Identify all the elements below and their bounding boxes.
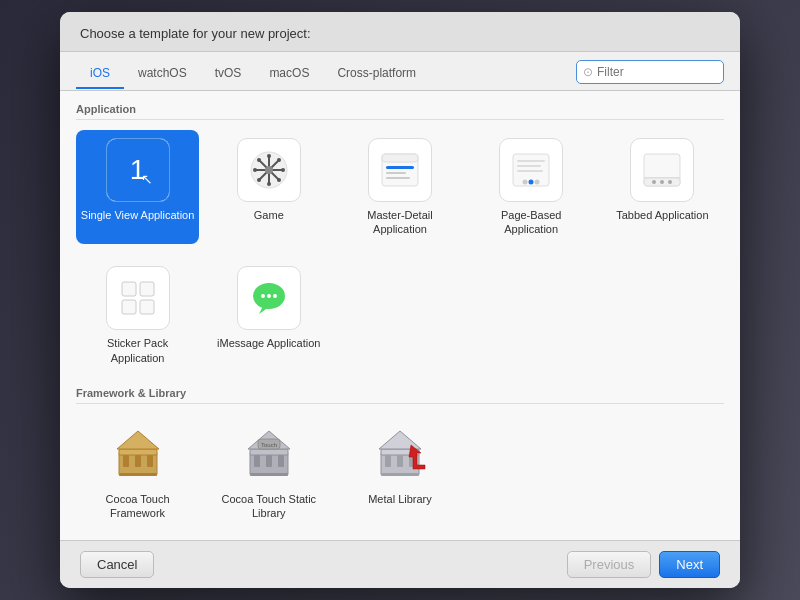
tab-cross-platform[interactable]: Cross-platform (323, 61, 430, 89)
template-page-based[interactable]: Page-Based Application (470, 130, 593, 245)
svg-rect-46 (147, 455, 153, 467)
svg-rect-44 (123, 455, 129, 467)
template-name-tabbed: Tabbed Application (616, 208, 708, 222)
template-cocoa-touch-fw[interactable]: Cocoa Touch Framework (76, 414, 199, 529)
svg-rect-53 (278, 455, 284, 467)
empty-fw-cell-1 (470, 414, 593, 529)
svg-marker-59 (379, 431, 421, 449)
svg-rect-18 (386, 177, 410, 179)
empty-fw-cell-2 (601, 414, 724, 529)
cancel-button[interactable]: Cancel (80, 551, 154, 578)
svg-point-6 (267, 182, 271, 186)
tab-watchos[interactable]: watchOS (124, 61, 201, 89)
svg-rect-16 (386, 166, 414, 169)
svg-point-8 (281, 168, 285, 172)
filter-input[interactable] (597, 65, 717, 79)
svg-point-28 (652, 180, 656, 184)
svg-point-30 (668, 180, 672, 184)
nav-buttons: Previous Next (567, 551, 720, 578)
svg-marker-43 (117, 431, 159, 449)
tab-ios[interactable]: iOS (76, 61, 124, 89)
svg-rect-42 (119, 449, 157, 455)
tabbed-svg-icon (638, 146, 686, 194)
filter-box: ⊙ (576, 60, 724, 84)
template-sticker-pack[interactable]: Sticker Pack Application (76, 258, 199, 373)
dialog-body: Application 1 ↖ Single View Application (60, 91, 740, 541)
svg-rect-23 (517, 160, 545, 162)
cocoa-touch-fw-svg (109, 425, 167, 483)
single-view-icon-content: 1 ↖ (107, 139, 169, 201)
svg-rect-32 (122, 282, 136, 296)
svg-point-22 (535, 179, 540, 184)
template-game[interactable]: Game (207, 130, 330, 245)
framework-templates: Cocoa Touch Framework Touch (76, 414, 724, 529)
svg-point-7 (253, 168, 257, 172)
template-name-cocoa-touch-fw: Cocoa Touch Framework (80, 492, 195, 521)
template-icon-imessage (237, 266, 301, 330)
cocoa-touch-static-svg: Touch (240, 425, 298, 483)
application-templates-row1: 1 ↖ Single View Application (76, 130, 724, 245)
empty-cell-3 (601, 258, 724, 373)
search-icon: ⊙ (583, 65, 593, 79)
template-icon-tabbed (630, 138, 694, 202)
svg-rect-52 (266, 455, 272, 467)
svg-point-11 (277, 158, 281, 162)
template-name-cocoa-touch-static: Cocoa Touch Static Library (211, 492, 326, 521)
framework-section-label: Framework & Library (76, 387, 724, 404)
application-templates-row2: Sticker Pack Application iMessage Applic… (76, 258, 724, 373)
template-icon-page-based (499, 138, 563, 202)
svg-point-12 (257, 178, 261, 182)
template-imessage[interactable]: iMessage Application (207, 258, 330, 373)
template-icon-metal-library (368, 422, 432, 486)
next-button[interactable]: Next (659, 551, 720, 578)
svg-rect-49 (250, 449, 288, 455)
svg-point-5 (267, 154, 271, 158)
dialog-title: Choose a template for your new project: (80, 26, 720, 41)
page-based-svg-icon (507, 146, 555, 194)
imessage-svg-icon (245, 274, 293, 322)
svg-rect-17 (386, 172, 406, 174)
svg-rect-24 (517, 165, 541, 167)
svg-point-40 (273, 294, 277, 298)
template-icon-master-detail (368, 138, 432, 202)
empty-cell-2 (470, 258, 593, 373)
svg-rect-51 (254, 455, 260, 467)
template-name-sticker-pack: Sticker Pack Application (80, 336, 195, 365)
template-single-view[interactable]: 1 ↖ Single View Application (76, 130, 199, 245)
template-icon-cocoa-touch-static: Touch (237, 422, 301, 486)
svg-point-9 (257, 158, 261, 162)
svg-rect-45 (135, 455, 141, 467)
template-icon-cocoa-touch-fw (106, 422, 170, 486)
svg-point-29 (660, 180, 664, 184)
template-cocoa-touch-static[interactable]: Touch Cocoa Touch Static Library (207, 414, 330, 529)
svg-point-20 (523, 179, 528, 184)
tab-macos[interactable]: macOS (255, 61, 323, 89)
application-section-label: Application (76, 103, 724, 120)
svg-point-38 (261, 294, 265, 298)
template-icon-game (237, 138, 301, 202)
empty-cell-1 (338, 258, 461, 373)
svg-rect-25 (517, 170, 543, 172)
svg-point-21 (529, 179, 534, 184)
template-tabbed[interactable]: Tabbed Application (601, 130, 724, 245)
metal-library-svg (371, 425, 429, 483)
game-svg-icon (245, 146, 293, 194)
template-name-page-based: Page-Based Application (474, 208, 589, 237)
svg-rect-63 (381, 473, 419, 476)
template-name-single-view: Single View Application (81, 208, 195, 222)
template-master-detail[interactable]: Master-Detail Application (338, 130, 461, 245)
previous-button[interactable]: Previous (567, 551, 652, 578)
template-dialog: Choose a template for your new project: … (60, 12, 740, 589)
svg-rect-47 (119, 473, 157, 476)
dialog-footer: Cancel Previous Next (60, 540, 740, 588)
template-name-master-detail: Master-Detail Application (342, 208, 457, 237)
template-icon-single-view: 1 ↖ (106, 138, 170, 202)
template-metal-library[interactable]: Metal Library (338, 414, 461, 529)
master-detail-svg-icon (376, 146, 424, 194)
dialog-title-bar: Choose a template for your new project: (60, 12, 740, 52)
svg-rect-54 (250, 473, 288, 476)
svg-rect-61 (397, 455, 403, 467)
svg-marker-37 (259, 306, 269, 314)
tab-tvos[interactable]: tvOS (201, 61, 256, 89)
template-name-game: Game (254, 208, 284, 222)
